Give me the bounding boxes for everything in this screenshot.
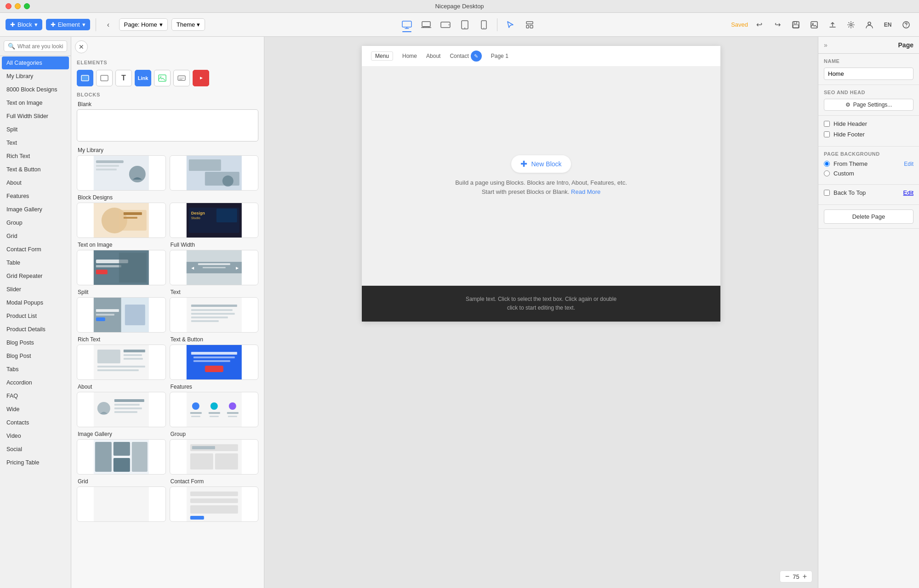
zoom-out-button[interactable]: − (784, 572, 791, 581)
text-on-image-thumb[interactable] (77, 250, 166, 285)
rich-text-thumb[interactable] (77, 345, 166, 380)
desktop-view-btn[interactable] (399, 17, 415, 33)
form-element-icon[interactable] (173, 70, 190, 86)
hide-header-label[interactable]: Hide Header (833, 120, 867, 127)
from-theme-label[interactable]: From Theme (833, 160, 868, 167)
language-selector[interactable]: EN (880, 17, 895, 32)
category-slider[interactable]: Slider (2, 283, 69, 296)
maximize-window-btn[interactable] (24, 3, 30, 9)
hide-footer-checkbox[interactable] (824, 131, 830, 137)
category-image-gallery[interactable]: Image Gallery (2, 203, 69, 216)
blank-block-thumb[interactable] (77, 109, 258, 141)
save-button[interactable] (788, 17, 803, 32)
about-thumb[interactable] (77, 392, 166, 427)
category-product-details[interactable]: Product Details (2, 323, 69, 336)
category-blog-post[interactable]: Blog Post (2, 350, 69, 362)
redo-button[interactable]: ↪ (770, 17, 785, 32)
category-features[interactable]: Features (2, 190, 69, 203)
text-thumb[interactable] (170, 297, 259, 333)
publish-button[interactable] (825, 17, 840, 32)
settings-button[interactable] (844, 17, 858, 32)
tablet-portrait-btn[interactable] (457, 17, 473, 33)
canvas-scroll[interactable]: Menu Home About Contact ✎ Page 1 ✚ (264, 37, 818, 588)
page-selector[interactable]: Page: Home ▾ (119, 18, 168, 31)
tablet-landscape-btn[interactable] (437, 17, 454, 33)
close-window-btn[interactable] (6, 3, 11, 9)
zoom-in-button[interactable]: + (801, 572, 808, 581)
video-element-icon[interactable] (193, 70, 209, 86)
read-more-link[interactable]: Read More (571, 188, 600, 195)
block-designs-thumb1[interactable] (77, 203, 166, 238)
close-panel-button[interactable]: ✕ (75, 40, 88, 53)
image-gallery-thumb[interactable] (77, 439, 166, 475)
laptop-view-btn[interactable] (418, 17, 434, 33)
help-button[interactable] (899, 17, 913, 32)
category-tabs[interactable]: Tabs (2, 363, 69, 376)
category-my-library[interactable]: My Library (2, 70, 69, 83)
group-thumb[interactable] (170, 439, 259, 475)
my-library-thumb1[interactable] (77, 155, 166, 191)
back-to-top-checkbox[interactable] (824, 190, 830, 196)
full-width-thumb[interactable]: ◀ ▶ (170, 250, 259, 285)
new-block-button[interactable]: ✚ New Block (511, 155, 571, 173)
text-element-icon[interactable]: T (115, 70, 132, 86)
category-rich-text[interactable]: Rich Text (2, 150, 69, 163)
split-thumb[interactable] (77, 297, 166, 333)
category-text-button[interactable]: Text & Button (2, 163, 69, 176)
category-grid-repeater[interactable]: Grid Repeater (2, 270, 69, 283)
mobile-view-btn[interactable] (476, 17, 492, 33)
link-element-icon[interactable]: Link (135, 70, 151, 86)
category-contact-form[interactable]: Contact Form (2, 243, 69, 256)
category-split[interactable]: Split (2, 123, 69, 136)
hide-footer-label[interactable]: Hide Footer (833, 131, 865, 138)
category-grid[interactable]: Grid (2, 230, 69, 243)
layout-tool-btn[interactable] (521, 17, 538, 33)
hide-header-checkbox[interactable] (824, 121, 830, 127)
undo-button[interactable]: ↩ (752, 17, 766, 32)
category-faq[interactable]: FAQ (2, 390, 69, 402)
category-modal-popups[interactable]: Modal Popups (2, 296, 69, 309)
delete-page-button[interactable]: Delete Page (824, 209, 913, 224)
text-button-thumb[interactable] (170, 345, 259, 380)
back-to-top-label[interactable]: Back To Top (833, 189, 866, 196)
from-theme-radio[interactable] (824, 161, 830, 167)
cursor-tool-btn[interactable] (502, 17, 519, 33)
custom-label[interactable]: Custom (833, 170, 854, 177)
category-all[interactable]: All Categories (2, 57, 69, 69)
category-8000-block[interactable]: 8000 Block Designs (2, 83, 69, 96)
category-group[interactable]: Group (2, 216, 69, 229)
nav-home[interactable]: Home (402, 53, 417, 59)
my-library-thumb2[interactable] (170, 155, 259, 191)
from-theme-edit-link[interactable]: Edit (904, 161, 913, 167)
edit-menu-icon[interactable]: ✎ (471, 51, 482, 62)
add-block-button[interactable]: ✚ Block ▾ (6, 19, 42, 30)
page-name-input[interactable] (824, 68, 913, 80)
nav-page1[interactable]: Page 1 (491, 53, 508, 59)
nav-about[interactable]: About (426, 53, 440, 59)
user-button[interactable] (862, 17, 877, 32)
block-designs-thumb2[interactable]: Design Studio (170, 203, 259, 238)
search-input-wrap[interactable]: 🔍 (4, 40, 67, 52)
box-outline-element-icon[interactable] (96, 70, 113, 86)
category-product-list[interactable]: Product List (2, 310, 69, 322)
category-pricing-table[interactable]: Pricing Table (2, 456, 69, 469)
category-social[interactable]: Social (2, 443, 69, 456)
contact-form-thumb[interactable] (170, 486, 259, 522)
back-to-top-edit-link[interactable]: Edit (903, 189, 913, 196)
grid-thumb[interactable] (77, 486, 166, 522)
category-blog-posts[interactable]: Blog Posts (2, 336, 69, 349)
page-settings-button[interactable]: ⚙ Page Settings... (824, 99, 913, 111)
category-video[interactable]: Video (2, 430, 69, 442)
image-element-icon[interactable] (154, 70, 171, 86)
features-thumb[interactable] (170, 392, 259, 427)
minimize-window-btn[interactable] (15, 3, 21, 9)
custom-radio[interactable] (824, 170, 830, 176)
category-full-width-slider[interactable]: Full Width Slider (2, 110, 69, 123)
category-about[interactable]: About (2, 176, 69, 189)
category-text[interactable]: Text (2, 136, 69, 149)
box-element-icon[interactable] (77, 70, 93, 86)
category-table[interactable]: Table (2, 256, 69, 269)
canvas-footer[interactable]: Sample text. Click to select the text bo… (362, 286, 720, 322)
category-wide[interactable]: Wide (2, 403, 69, 416)
category-accordion[interactable]: Accordion (2, 376, 69, 389)
